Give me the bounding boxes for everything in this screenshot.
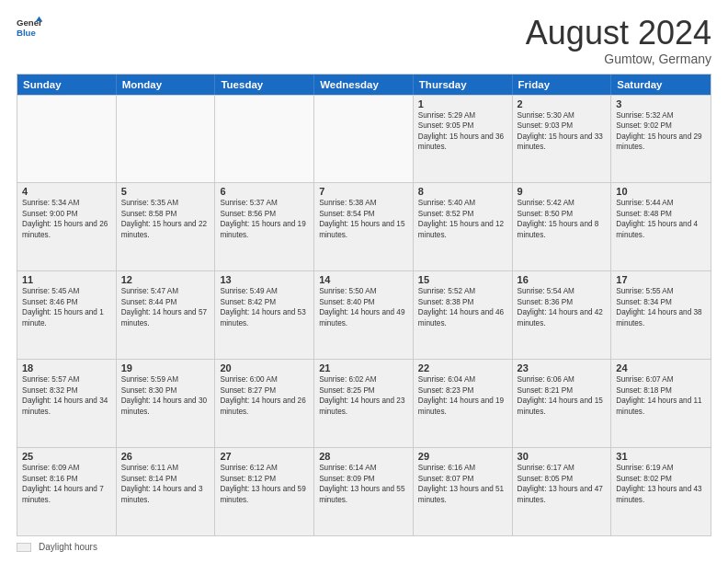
day-number: 16 <box>518 274 607 285</box>
day-number: 14 <box>319 274 408 285</box>
calendar-week-3: 11Sunrise: 5:45 AMSunset: 8:46 PMDayligh… <box>17 270 711 359</box>
calendar-cell: 7Sunrise: 5:38 AMSunset: 8:54 PMDaylight… <box>314 183 414 270</box>
day-info: Sunrise: 5:50 AMSunset: 8:40 PMDaylight:… <box>319 286 408 328</box>
calendar-cell <box>314 96 414 183</box>
calendar-cell: 6Sunrise: 5:37 AMSunset: 8:56 PMDaylight… <box>215 183 314 270</box>
day-number: 31 <box>616 451 706 462</box>
daylight-swatch <box>17 543 31 552</box>
calendar-title: August 2024 <box>526 15 711 52</box>
calendar-cell: 26Sunrise: 6:11 AMSunset: 8:14 PMDayligh… <box>117 448 216 535</box>
day-number: 4 <box>22 186 111 197</box>
day-number: 19 <box>121 362 210 373</box>
calendar-cell: 4Sunrise: 5:34 AMSunset: 9:00 PMDaylight… <box>17 183 117 270</box>
col-header-thursday: Thursday <box>414 75 513 95</box>
svg-text:Blue: Blue <box>17 28 36 38</box>
calendar-cell: 12Sunrise: 5:47 AMSunset: 8:44 PMDayligh… <box>117 271 216 359</box>
calendar-cell: 30Sunrise: 6:17 AMSunset: 8:05 PMDayligh… <box>513 448 612 535</box>
day-info: Sunrise: 6:09 AMSunset: 8:16 PMDaylight:… <box>22 463 111 505</box>
day-info: Sunrise: 6:00 AMSunset: 8:27 PMDaylight:… <box>220 374 309 417</box>
day-number: 26 <box>121 451 210 462</box>
calendar-cell: 24Sunrise: 6:07 AMSunset: 8:18 PMDayligh… <box>611 360 711 447</box>
calendar: SundayMondayTuesdayWednesdayThursdayFrid… <box>17 74 711 536</box>
day-info: Sunrise: 5:52 AMSunset: 8:38 PMDaylight:… <box>418 286 507 328</box>
day-number: 5 <box>121 186 210 197</box>
day-info: Sunrise: 5:37 AMSunset: 8:56 PMDaylight:… <box>220 198 309 240</box>
calendar-cell: 14Sunrise: 5:50 AMSunset: 8:40 PMDayligh… <box>314 271 414 359</box>
page-header: General Blue August 2024 Gumtow, Germany <box>17 15 711 66</box>
calendar-cell: 31Sunrise: 6:19 AMSunset: 8:02 PMDayligh… <box>611 448 711 535</box>
day-number: 13 <box>220 274 309 285</box>
day-info: Sunrise: 6:14 AMSunset: 8:09 PMDaylight:… <box>319 463 408 505</box>
day-info: Sunrise: 6:16 AMSunset: 8:07 PMDaylight:… <box>418 463 507 505</box>
day-number: 10 <box>616 186 706 197</box>
calendar-cell: 2Sunrise: 5:30 AMSunset: 9:03 PMDaylight… <box>513 96 612 183</box>
calendar-body: 1Sunrise: 5:29 AMSunset: 9:05 PMDaylight… <box>17 95 711 535</box>
day-info: Sunrise: 5:47 AMSunset: 8:44 PMDaylight:… <box>121 286 210 328</box>
day-number: 9 <box>518 186 607 197</box>
calendar-cell: 1Sunrise: 5:29 AMSunset: 9:05 PMDaylight… <box>414 96 513 183</box>
day-info: Sunrise: 5:44 AMSunset: 8:48 PMDaylight:… <box>616 198 706 240</box>
calendar-cell: 3Sunrise: 5:32 AMSunset: 9:02 PMDaylight… <box>611 96 711 183</box>
day-info: Sunrise: 5:29 AMSunset: 9:05 PMDaylight:… <box>418 110 507 153</box>
col-header-monday: Monday <box>117 75 216 95</box>
calendar-cell: 5Sunrise: 5:35 AMSunset: 8:58 PMDaylight… <box>117 183 216 270</box>
calendar-cell: 23Sunrise: 6:06 AMSunset: 8:21 PMDayligh… <box>513 360 612 447</box>
calendar-cell: 21Sunrise: 6:02 AMSunset: 8:25 PMDayligh… <box>314 360 414 447</box>
calendar-cell: 13Sunrise: 5:49 AMSunset: 8:42 PMDayligh… <box>215 271 314 359</box>
calendar-footer: Daylight hours <box>17 542 711 552</box>
col-header-tuesday: Tuesday <box>215 75 314 95</box>
daylight-label: Daylight hours <box>39 542 97 552</box>
calendar-cell: 20Sunrise: 6:00 AMSunset: 8:27 PMDayligh… <box>215 360 314 447</box>
calendar-cell: 27Sunrise: 6:12 AMSunset: 8:12 PMDayligh… <box>215 448 314 535</box>
calendar-header-row: SundayMondayTuesdayWednesdayThursdayFrid… <box>17 75 711 95</box>
day-number: 12 <box>121 274 210 285</box>
day-number: 17 <box>616 274 706 285</box>
calendar-cell: 29Sunrise: 6:16 AMSunset: 8:07 PMDayligh… <box>414 448 513 535</box>
day-info: Sunrise: 6:17 AMSunset: 8:05 PMDaylight:… <box>518 463 607 505</box>
day-number: 3 <box>616 98 706 109</box>
day-info: Sunrise: 5:38 AMSunset: 8:54 PMDaylight:… <box>319 198 408 240</box>
day-info: Sunrise: 5:35 AMSunset: 8:58 PMDaylight:… <box>121 198 210 240</box>
col-header-sunday: Sunday <box>17 75 117 95</box>
col-header-saturday: Saturday <box>611 75 711 95</box>
day-number: 20 <box>220 362 309 373</box>
day-info: Sunrise: 6:11 AMSunset: 8:14 PMDaylight:… <box>121 463 210 505</box>
day-info: Sunrise: 5:55 AMSunset: 8:34 PMDaylight:… <box>616 286 706 328</box>
day-number: 6 <box>220 186 309 197</box>
day-info: Sunrise: 5:32 AMSunset: 9:02 PMDaylight:… <box>616 110 706 153</box>
col-header-wednesday: Wednesday <box>314 75 414 95</box>
day-number: 15 <box>418 274 507 285</box>
logo-icon: General Blue <box>17 15 42 40</box>
day-info: Sunrise: 5:54 AMSunset: 8:36 PMDaylight:… <box>518 286 607 328</box>
day-info: Sunrise: 6:04 AMSunset: 8:23 PMDaylight:… <box>418 374 507 417</box>
calendar-cell: 25Sunrise: 6:09 AMSunset: 8:16 PMDayligh… <box>17 448 117 535</box>
day-number: 25 <box>22 451 111 462</box>
day-number: 1 <box>418 98 507 109</box>
logo: General Blue <box>17 15 42 40</box>
day-info: Sunrise: 6:07 AMSunset: 8:18 PMDaylight:… <box>616 374 706 417</box>
day-info: Sunrise: 5:42 AMSunset: 8:50 PMDaylight:… <box>518 198 607 240</box>
day-number: 8 <box>418 186 507 197</box>
day-number: 22 <box>418 362 507 373</box>
calendar-cell: 11Sunrise: 5:45 AMSunset: 8:46 PMDayligh… <box>17 271 117 359</box>
day-number: 29 <box>418 451 507 462</box>
day-info: Sunrise: 5:59 AMSunset: 8:30 PMDaylight:… <box>121 374 210 417</box>
calendar-cell <box>117 96 216 183</box>
day-info: Sunrise: 5:30 AMSunset: 9:03 PMDaylight:… <box>518 110 607 153</box>
calendar-cell: 19Sunrise: 5:59 AMSunset: 8:30 PMDayligh… <box>117 360 216 447</box>
day-number: 23 <box>518 362 607 373</box>
day-number: 27 <box>220 451 309 462</box>
calendar-cell: 18Sunrise: 5:57 AMSunset: 8:32 PMDayligh… <box>17 360 117 447</box>
day-number: 11 <box>22 274 111 285</box>
day-info: Sunrise: 6:06 AMSunset: 8:21 PMDaylight:… <box>518 374 607 417</box>
calendar-cell: 15Sunrise: 5:52 AMSunset: 8:38 PMDayligh… <box>414 271 513 359</box>
day-number: 21 <box>319 362 408 373</box>
calendar-cell: 17Sunrise: 5:55 AMSunset: 8:34 PMDayligh… <box>611 271 711 359</box>
calendar-cell <box>17 96 117 183</box>
calendar-week-1: 1Sunrise: 5:29 AMSunset: 9:05 PMDaylight… <box>17 95 711 183</box>
day-info: Sunrise: 5:40 AMSunset: 8:52 PMDaylight:… <box>418 198 507 240</box>
col-header-friday: Friday <box>513 75 612 95</box>
day-number: 30 <box>518 451 607 462</box>
day-number: 28 <box>319 451 408 462</box>
day-info: Sunrise: 6:02 AMSunset: 8:25 PMDaylight:… <box>319 374 408 417</box>
